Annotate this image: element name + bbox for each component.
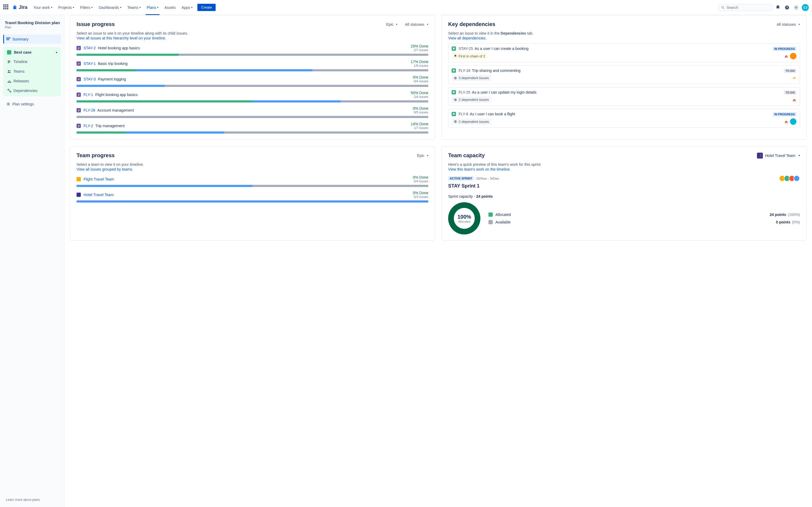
priority-medium-icon xyxy=(792,76,797,80)
nav-link-projects[interactable]: Projects▾ xyxy=(56,4,77,11)
epic-icon: ⚡ xyxy=(77,61,81,66)
svg-point-11 xyxy=(9,70,10,71)
issue-key[interactable]: STAY-1 xyxy=(84,61,96,66)
jira-logo[interactable]: Jira xyxy=(12,5,28,10)
svg-text:?: ? xyxy=(786,6,788,9)
sidebar-item-teams[interactable]: Teams xyxy=(4,67,60,76)
hierarchy-dropdown[interactable]: Epic▾ xyxy=(386,22,397,26)
issue-key[interactable]: FLY-18 xyxy=(459,68,470,73)
svg-point-0 xyxy=(721,6,723,8)
issue-key[interactable]: FLY-2 xyxy=(84,124,93,128)
issue-progress-panel: Issue progress Epic▾ All statuses▾ Selec… xyxy=(70,15,435,140)
nav-link-apps[interactable]: Apps▾ xyxy=(180,4,195,11)
status-dropdown[interactable]: All statuses▾ xyxy=(405,22,428,26)
summary-icon xyxy=(6,37,12,42)
active-sprint-badge: ACTIVE SPRINT xyxy=(448,176,474,180)
issue-row[interactable]: ⚡ FLY-2 Trip management 14% Done 1/7 iss… xyxy=(77,122,428,133)
done-count: 1/7 issues xyxy=(411,126,428,130)
team-row[interactable]: Flight Travel Team 0% Done 0/4 issues xyxy=(77,175,428,187)
team-icon xyxy=(77,177,81,181)
status-badge: TO DO xyxy=(784,69,797,73)
panel-title: Issue progress xyxy=(77,21,115,27)
progress-bar xyxy=(77,116,428,118)
sprint-date-range: 26/Nov - 9/Dec xyxy=(476,176,499,180)
issue-row[interactable]: ⚡ STAY-3 Payment logging 0% Done 0/4 iss… xyxy=(77,75,428,87)
issue-row[interactable]: ⚡ STAY-2 Hotel booking app basics 29% Do… xyxy=(77,44,428,56)
issue-key[interactable]: FLY-28 xyxy=(84,108,95,112)
search-input[interactable] xyxy=(726,5,770,10)
done-count: 2/7 issues xyxy=(411,48,428,52)
capacity-donut: 100% Allocated xyxy=(448,202,480,234)
sidebar-item-timeline[interactable]: Timeline xyxy=(4,57,60,66)
nav-link-filters[interactable]: Filters▾ xyxy=(78,4,95,11)
plan-name: Travel Booking Division plan xyxy=(3,20,61,25)
sprint-name: STAY Sprint 1 xyxy=(448,183,800,189)
main-content: Issue progress Epic▾ All statuses▾ Selec… xyxy=(64,15,812,507)
sidebar-item-plan-settings[interactable]: Plan settings xyxy=(3,100,61,109)
issue-row[interactable]: ⚡ FLY-1 Flight booking app basics 50% Do… xyxy=(77,91,428,103)
done-count: 2/4 issues xyxy=(411,95,428,99)
chevron-down-icon: ▾ xyxy=(91,6,93,9)
scenario-group: Best case ▾ TimelineTeamsReleasesDepende… xyxy=(3,47,61,96)
nav-link-teams[interactable]: Teams▾ xyxy=(125,4,143,11)
legend-value: 24 points xyxy=(770,213,786,217)
sidebar-item-releases[interactable]: Releases xyxy=(4,76,60,86)
team-dropdown[interactable]: ☽ Hotel Travel Team ▾ xyxy=(757,153,800,159)
team-name[interactable]: Flight Travel Team xyxy=(84,177,114,181)
panel-link[interactable]: View this team's work on the timeline. xyxy=(448,167,800,171)
dependency-card[interactable]: FLY-8 As I user I can book a flight IN P… xyxy=(448,109,800,128)
progress-bar xyxy=(77,69,428,71)
epic-icon: ⚡ xyxy=(77,46,81,50)
status-dropdown[interactable]: All statuses▾ xyxy=(776,22,800,26)
story-icon xyxy=(452,68,456,73)
sidebar-item-label: Releases xyxy=(13,79,29,83)
assignee-avatar xyxy=(790,53,797,59)
chevron-down-icon: ▾ xyxy=(120,6,121,9)
legend-color-icon xyxy=(489,220,493,224)
chevron-down-icon: ▾ xyxy=(56,51,57,54)
issue-key[interactable]: FLY-25 xyxy=(459,90,470,95)
issue-row[interactable]: ⚡ STAY-1 Basic trip booking 17% Done 1/6… xyxy=(77,60,428,71)
issue-title: Account management xyxy=(97,108,134,112)
nav-link-your-work[interactable]: Your work▾ xyxy=(31,4,54,11)
status-badge: IN PROGRESS xyxy=(773,112,797,116)
panel-link[interactable]: View all issues grouped by teams. xyxy=(77,167,428,171)
issue-key[interactable]: FLY-8 xyxy=(459,112,468,116)
sidebar-item-dependencies[interactable]: Dependencies xyxy=(4,86,60,95)
team-member-avatar xyxy=(794,175,800,182)
create-button[interactable]: Create xyxy=(197,4,216,11)
nav-link-dashboards[interactable]: Dashboards▾ xyxy=(96,4,123,11)
user-avatar[interactable]: CJ xyxy=(802,4,809,11)
notifications-icon[interactable] xyxy=(774,4,781,11)
nav-link-plans[interactable]: Plans▾ xyxy=(145,4,161,11)
dependency-card[interactable]: STAY-25 As a user I can create a booking… xyxy=(448,44,800,62)
progress-bar xyxy=(77,201,428,203)
dependency-card[interactable]: FLY-18 Trip sharing and commenting TO DO… xyxy=(448,65,800,84)
scenario-header[interactable]: Best case ▾ xyxy=(4,48,60,57)
sprint-avatars xyxy=(780,175,800,182)
dependency-card[interactable]: FLY-25 As a user I can update my login d… xyxy=(448,87,800,106)
panel-link[interactable]: View all issues at this hierarchy level … xyxy=(77,36,428,40)
issue-key[interactable]: STAY-25 xyxy=(459,46,473,51)
search-box[interactable] xyxy=(719,4,772,11)
hierarchy-dropdown[interactable]: Epic▾ xyxy=(417,154,428,158)
panel-link[interactable]: View all dependencies. xyxy=(448,36,800,40)
issue-key[interactable]: STAY-3 xyxy=(84,77,96,81)
help-icon[interactable]: ? xyxy=(783,4,791,11)
assignee-avatar xyxy=(790,118,797,125)
sidebar-footer-link[interactable]: Learn more about plans xyxy=(3,496,61,504)
settings-icon[interactable] xyxy=(793,4,800,11)
issue-key[interactable]: STAY-2 xyxy=(84,46,96,50)
svg-rect-5 xyxy=(6,38,10,38)
team-row[interactable]: Hotel Travel Team 0% Done 0/3 issues xyxy=(77,191,428,203)
nav-link-assets[interactable]: Assets xyxy=(162,4,178,11)
chain-badge: 2 dependent issues xyxy=(452,119,491,125)
team-name[interactable]: Hotel Travel Team xyxy=(84,192,114,197)
issue-row[interactable]: ⚡ FLY-28 Account management 0% Done 0/5 … xyxy=(77,106,428,118)
logo-text: Jira xyxy=(19,5,28,10)
app-switcher-icon[interactable] xyxy=(3,4,10,11)
chain-badge: 2 dependent issues xyxy=(452,97,491,103)
chevron-down-icon: ▾ xyxy=(51,6,52,9)
issue-key[interactable]: FLY-1 xyxy=(84,93,93,97)
sidebar-item-summary[interactable]: Summary xyxy=(3,35,61,44)
